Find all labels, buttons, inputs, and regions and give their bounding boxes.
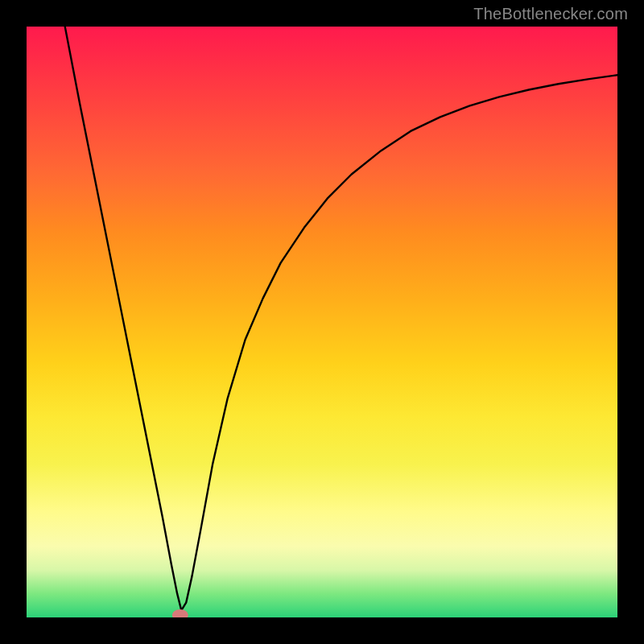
bottleneck-curve <box>65 27 617 610</box>
curve-layer <box>27 27 617 617</box>
plot-area <box>27 27 617 617</box>
chart-frame: TheBottlenecker.com <box>0 0 644 644</box>
watermark-text: TheBottlenecker.com <box>473 5 628 23</box>
optimal-marker <box>172 609 188 617</box>
